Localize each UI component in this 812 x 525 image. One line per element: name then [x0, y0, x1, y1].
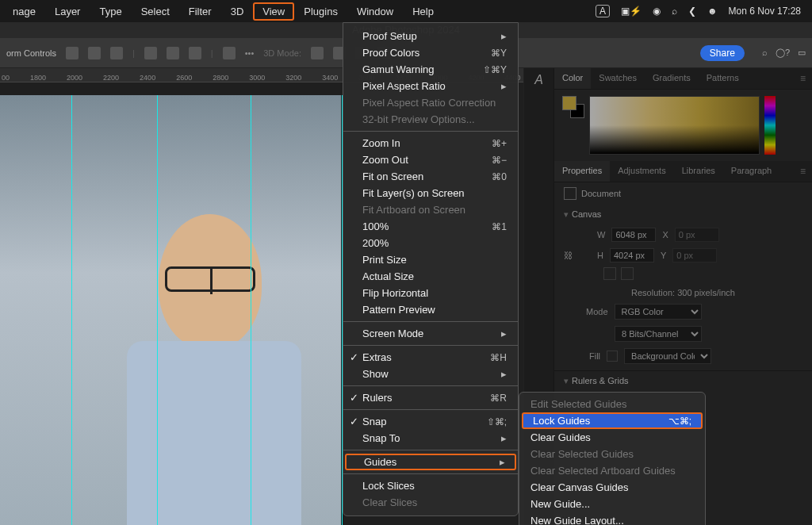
menu-select[interactable]: Select: [132, 2, 179, 21]
color-mode-select[interactable]: RGB Color: [615, 304, 702, 320]
color-picker-field[interactable]: [589, 96, 760, 155]
search-icon[interactable]: ⌕: [762, 48, 768, 58]
distribute-icon[interactable]: [144, 47, 157, 59]
tab-swatches[interactable]: Swatches: [591, 68, 645, 89]
submenu-item-clear-guides[interactable]: Clear Guides: [519, 429, 705, 446]
menu-image[interactable]: nage: [3, 2, 45, 21]
spotlight-icon[interactable]: ⌕: [672, 6, 677, 17]
submenu-item-new-guide-layout-[interactable]: New Guide Layout...: [519, 512, 705, 525]
menu-item-proof-setup[interactable]: Proof Setup▸: [343, 28, 518, 44]
orientation-landscape-icon[interactable]: [621, 267, 634, 280]
tab-paragraph[interactable]: Paragraph: [723, 161, 779, 182]
align-icon[interactable]: [66, 47, 79, 59]
menu-item-gamut-warning[interactable]: Gamut Warning⇧⌘Y: [343, 61, 518, 78]
menu-view[interactable]: View: [253, 2, 294, 21]
submenu-item-new-guide-[interactable]: New Guide...: [519, 496, 705, 512]
more-icon[interactable]: [223, 47, 236, 59]
menu-item-pattern-preview[interactable]: Pattern Preview: [343, 301, 518, 318]
menu-item-fit-on-screen[interactable]: Fit on Screen⌘0: [343, 168, 518, 185]
link-icon[interactable]: ⛓: [564, 251, 578, 260]
menu-item-actual-size[interactable]: Actual Size: [343, 268, 518, 285]
tab-properties[interactable]: Properties: [554, 161, 610, 182]
menubar: nage Layer Type Select Filter 3D View Pl…: [0, 0, 812, 22]
menu-item-100-[interactable]: 100%⌘1: [343, 218, 518, 235]
width-label: W: [597, 230, 605, 240]
canvas-image[interactable]: [0, 95, 341, 525]
ruler-tick: 2400: [140, 74, 155, 82]
resolution-text: Resolution: 300 pixels/inch: [631, 288, 735, 297]
align-icon-2[interactable]: [88, 47, 101, 59]
3d-orbit-icon[interactable]: [311, 47, 324, 59]
menu-type[interactable]: Type: [90, 2, 131, 21]
menu-item-show[interactable]: Show▸: [343, 366, 518, 382]
hue-slider[interactable]: [764, 96, 776, 155]
depth-select[interactable]: 8 Bits/Channel: [615, 326, 702, 342]
wifi-icon[interactable]: ◉: [653, 6, 661, 17]
menu-window[interactable]: Window: [347, 2, 403, 21]
distribute-icon-3[interactable]: [189, 47, 201, 59]
battery-icon[interactable]: ▣⚡: [621, 6, 642, 17]
menu-item-flip-horizontal[interactable]: Flip Horizontal: [343, 285, 518, 301]
menu-help[interactable]: Help: [403, 2, 443, 21]
guides-submenu: Edit Selected GuidesLock Guides⌥⌘;Clear …: [519, 392, 706, 525]
height-field[interactable]: [610, 248, 654, 262]
menu-item-rulers[interactable]: ✓Rulers⌘R: [343, 389, 518, 406]
menu-item-print-size[interactable]: Print Size: [343, 251, 518, 268]
ruler-tick: 3000: [249, 74, 265, 82]
tab-color[interactable]: Color: [554, 68, 591, 89]
chevron-down-icon[interactable]: ▾: [564, 209, 569, 219]
input-mode-badge[interactable]: A: [596, 5, 610, 17]
submenu-item-clear-canvas-guides[interactable]: Clear Canvas Guides: [519, 479, 705, 496]
menu-item-snap-to[interactable]: Snap To▸: [343, 430, 518, 446]
fill-select[interactable]: Background Color: [624, 348, 711, 364]
align-icon-3[interactable]: [110, 47, 123, 59]
menu-item-pixel-aspect-ratio[interactable]: Pixel Aspect Ratio▸: [343, 78, 518, 94]
tab-adjustments[interactable]: Adjustments: [610, 161, 674, 182]
fill-swatch[interactable]: [607, 351, 618, 362]
menu-item-fit-layer-s-on-screen[interactable]: Fit Layer(s) on Screen: [343, 185, 518, 201]
menu-item-clear-slices: Clear Slices: [343, 494, 518, 511]
tab-libraries[interactable]: Libraries: [674, 161, 723, 182]
menu-plugins[interactable]: Plugins: [294, 2, 347, 21]
color-panel-tabs: Color Swatches Gradients Patterns ≡: [554, 68, 812, 90]
chevron-down-icon[interactable]: ▾: [564, 376, 569, 385]
menu-item-zoom-out[interactable]: Zoom Out⌘−: [343, 151, 518, 168]
width-field[interactable]: [611, 228, 656, 242]
menu-item-screen-mode[interactable]: Screen Mode▸: [343, 325, 518, 342]
y-field[interactable]: [672, 248, 717, 262]
menu-layer[interactable]: Layer: [45, 2, 90, 21]
distribute-icon-2[interactable]: [167, 47, 179, 59]
guide-vertical[interactable]: [71, 95, 72, 525]
user-icon[interactable]: ☻: [707, 6, 718, 17]
share-button[interactable]: Share: [700, 45, 745, 61]
type-panel-icon[interactable]: A: [530, 73, 548, 90]
workspace-icon[interactable]: ▭: [798, 48, 806, 58]
menu-item-proof-colors[interactable]: Proof Colors⌘Y: [343, 44, 518, 61]
clock: Mon 6 Nov 17:28: [729, 6, 801, 17]
tab-gradients[interactable]: Gradients: [645, 68, 699, 89]
guide-vertical[interactable]: [157, 95, 158, 525]
menu-item-32-bit-preview-options-: 32-bit Preview Options...: [343, 111, 518, 128]
panel-menu-icon[interactable]: ≡: [794, 161, 812, 182]
menu-3d[interactable]: 3D: [221, 2, 254, 21]
overflow-icon[interactable]: •••: [245, 48, 255, 58]
tab-patterns[interactable]: Patterns: [699, 68, 747, 89]
menu-filter[interactable]: Filter: [179, 2, 221, 21]
submenu-item-lock-guides[interactable]: Lock Guides⌥⌘;: [522, 412, 703, 429]
menu-item-snap[interactable]: ✓Snap⇧⌘;: [343, 413, 518, 430]
foreground-background-swatch[interactable]: [562, 96, 584, 118]
control-center-icon[interactable]: ❮: [688, 6, 696, 17]
panel-menu-icon[interactable]: ≡: [794, 68, 812, 89]
document-icon: [564, 187, 576, 200]
menu-item-zoom-in[interactable]: Zoom In⌘+: [343, 135, 518, 151]
menu-item-200-[interactable]: 200%: [343, 235, 518, 251]
x-field[interactable]: [675, 228, 719, 242]
menu-item-guides[interactable]: Guides▸: [345, 454, 516, 470]
guide-vertical[interactable]: [251, 95, 251, 525]
3d-mode-label: 3D Mode:: [263, 48, 301, 58]
menu-item-lock-slices[interactable]: Lock Slices: [343, 477, 518, 494]
help-icon[interactable]: ◯?: [776, 48, 790, 58]
ruler-tick: 2000: [67, 74, 82, 82]
menu-item-extras[interactable]: ✓Extras⌘H: [343, 349, 518, 366]
orientation-portrait-icon[interactable]: [603, 267, 616, 280]
